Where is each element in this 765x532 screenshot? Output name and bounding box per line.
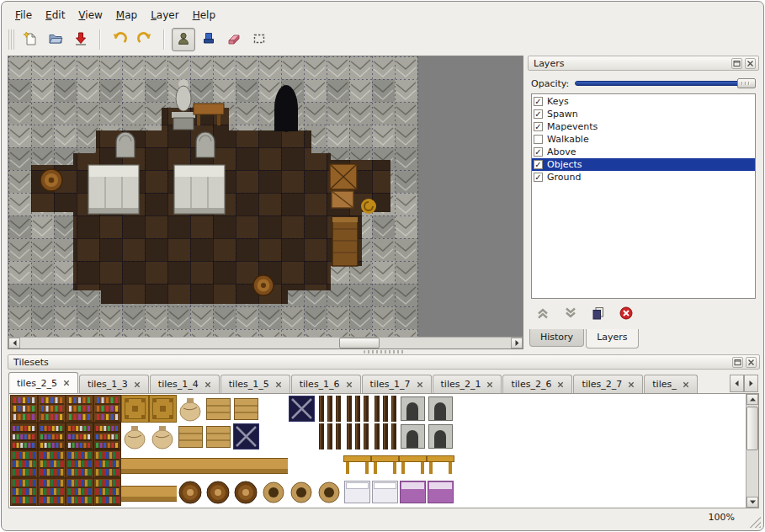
layer-visibility-checkbox[interactable]: ✓: [534, 147, 543, 157]
layer-visibility-checkbox[interactable]: [534, 135, 543, 144]
layer-name: Mapevents: [547, 121, 598, 132]
scroll-right-button[interactable]: [511, 338, 523, 348]
close-panel-icon[interactable]: [746, 357, 757, 368]
tabs-scroll-right-button[interactable]: [744, 375, 758, 392]
tilesets-panel: Tilesets tiles_2_5tiles_1_3tiles_1_4tile…: [8, 354, 760, 509]
dock-tab-layers[interactable]: Layers: [586, 329, 638, 348]
layers-panel-header: Layers: [528, 56, 759, 71]
save-button[interactable]: [69, 28, 93, 51]
layer-row-spawn[interactable]: ✓Spawn: [532, 108, 755, 120]
layers-panel: Layers Opacity: ✓Keys✓Spawn✓MapeventsWal…: [528, 56, 759, 349]
undo-icon: [112, 31, 127, 49]
tileset-tab-label: tiles_2_6: [511, 379, 551, 390]
stamp-tool-button[interactable]: [172, 28, 195, 51]
float-panel-icon[interactable]: [731, 58, 742, 69]
layer-row-keys[interactable]: ✓Keys: [532, 95, 755, 108]
tab-close-icon[interactable]: [683, 381, 689, 388]
close-panel-icon[interactable]: [745, 58, 756, 69]
raise-layer-button[interactable]: [534, 305, 551, 322]
tab-close-icon[interactable]: [628, 381, 635, 388]
scroll-up-button[interactable]: [746, 394, 758, 405]
map-view[interactable]: [8, 56, 523, 349]
tileset-tab-tiles_1_5[interactable]: tiles_1_5: [220, 375, 290, 393]
tileset-canvas[interactable]: [10, 395, 460, 507]
redo-button[interactable]: [133, 28, 157, 51]
resize-grip[interactable]: [750, 517, 761, 528]
tab-close-icon[interactable]: [557, 381, 564, 388]
tab-close-icon[interactable]: [417, 381, 423, 388]
tileset-vscrollbar[interactable]: [746, 394, 758, 508]
tileset-tab-tiles_2_5[interactable]: tiles_2_5: [8, 372, 78, 393]
tab-close-icon[interactable]: [275, 381, 282, 388]
layer-name: Keys: [547, 96, 569, 107]
layer-visibility-checkbox[interactable]: ✓: [534, 160, 543, 169]
eraser-tool-button[interactable]: [222, 28, 246, 51]
tab-close-icon[interactable]: [346, 381, 353, 388]
tileset-tab-label: tiles_: [652, 379, 676, 390]
layer-visibility-checkbox[interactable]: ✓: [534, 109, 543, 119]
opacity-row: Opacity:: [531, 77, 756, 90]
tab-close-icon[interactable]: [486, 381, 493, 388]
opacity-slider-handle[interactable]: [737, 78, 756, 88]
tileset-tab-tiles_[interactable]: tiles_: [644, 375, 697, 393]
delete-layer-button[interactable]: [618, 305, 635, 322]
dock-tab-history[interactable]: History: [529, 329, 584, 347]
tileset-tab-tiles_1_4[interactable]: tiles_1_4: [150, 375, 220, 393]
tab-close-icon[interactable]: [205, 381, 211, 388]
select-tool-button[interactable]: [247, 28, 271, 51]
layer-visibility-checkbox[interactable]: ✓: [534, 173, 543, 182]
fill-tool-button[interactable]: [197, 28, 220, 51]
undo-button[interactable]: [108, 28, 131, 51]
tileset-tab-scroll: [730, 375, 758, 392]
scroll-left-button[interactable]: [8, 338, 20, 348]
hscroll-thumb[interactable]: [339, 338, 380, 348]
layer-actions: [534, 304, 635, 322]
layer-row-above[interactable]: ✓Above: [532, 146, 755, 158]
tileset-tab-tiles_1_6[interactable]: tiles_1_6: [291, 375, 361, 393]
layer-row-objects[interactable]: ✓Objects: [532, 158, 755, 171]
opacity-slider[interactable]: [575, 77, 756, 89]
open-folder-button[interactable]: [44, 28, 67, 51]
tileset-tab-tiles_2_1[interactable]: tiles_2_1: [433, 375, 502, 393]
layer-visibility-checkbox[interactable]: ✓: [534, 97, 543, 106]
redo-icon: [137, 31, 152, 49]
scroll-down-button[interactable]: [746, 497, 758, 508]
layer-name: Objects: [547, 159, 582, 170]
tab-close-icon[interactable]: [63, 380, 70, 386]
map-hscrollbar[interactable]: [8, 337, 523, 348]
tileset-tab-label: tiles_2_1: [441, 379, 481, 390]
select-tool-icon: [252, 31, 267, 49]
layer-visibility-checkbox[interactable]: ✓: [534, 122, 543, 131]
lower-layer-button[interactable]: [562, 305, 579, 322]
layer-row-ground[interactable]: ✓Ground: [532, 171, 755, 184]
tileset-tabs: tiles_2_5tiles_1_3tiles_1_4tiles_1_5tile…: [8, 371, 726, 393]
menu-item-view[interactable]: View: [72, 8, 109, 24]
menu-item-file[interactable]: File: [8, 8, 39, 24]
vscroll-track[interactable]: [746, 405, 758, 497]
tabs-scroll-left-button[interactable]: [730, 375, 744, 392]
menu-item-layer[interactable]: Layer: [144, 8, 185, 24]
tileset-tab-tiles_1_7[interactable]: tiles_1_7: [362, 375, 432, 393]
layer-row-walkable[interactable]: Walkable: [532, 133, 755, 146]
tileset-tab-tiles_2_6[interactable]: tiles_2_6: [502, 375, 572, 393]
hscroll-track[interactable]: [20, 338, 511, 348]
tab-close-icon[interactable]: [134, 381, 141, 388]
tileset-tab-tiles_1_3[interactable]: tiles_1_3: [79, 375, 149, 393]
menu-item-edit[interactable]: Edit: [39, 8, 72, 24]
new-file-button[interactable]: [19, 28, 42, 51]
opacity-slider-groove: [575, 81, 756, 86]
duplicate-layer-button[interactable]: [590, 305, 607, 322]
app-window: FileEditViewMapLayerHelp Layers Opacity:: [1, 1, 764, 531]
splitter-handle[interactable]: [364, 350, 406, 354]
map-canvas[interactable]: [8, 56, 523, 337]
tileset-tab-label: tiles_1_3: [88, 379, 128, 390]
layer-list[interactable]: ✓Keys✓Spawn✓MapeventsWalkable✓Above✓Obje…: [531, 93, 756, 299]
menu-item-map[interactable]: Map: [109, 8, 144, 24]
tileset-tab-tiles_2_7[interactable]: tiles_2_7: [573, 375, 643, 393]
float-panel-icon[interactable]: [732, 357, 743, 368]
menu-item-help[interactable]: Help: [186, 8, 222, 24]
vscroll-thumb[interactable]: [746, 407, 758, 450]
tileset-tab-label: tiles_1_5: [229, 379, 269, 390]
layer-row-mapevents[interactable]: ✓Mapevents: [532, 120, 755, 133]
toolbar-handle[interactable]: [8, 29, 14, 50]
